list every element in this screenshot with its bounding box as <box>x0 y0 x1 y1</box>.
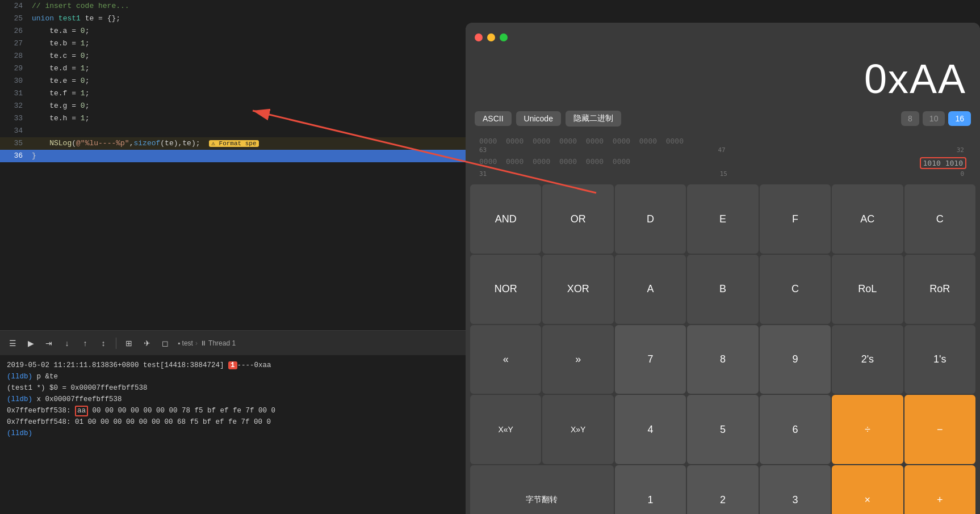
d-button[interactable]: D <box>615 184 686 254</box>
hide-binary-button[interactable]: 隐藏二进制 <box>566 111 621 127</box>
debug-toolbar: ☰ ▶ ⇥ ↓ ↑ ↕ ⊞ ✈ ◻ ▪ test › ⏸ Thread 1 <box>0 330 466 355</box>
step-out2-button[interactable]: ↕ <box>95 335 111 351</box>
base-8-button[interactable]: 8 <box>901 111 919 126</box>
rol-button[interactable]: RoL <box>832 255 903 324</box>
binary-display: 0000 0000 0000 0000 0000 0000 0000 0000 … <box>466 131 980 182</box>
7-button[interactable]: 7 <box>615 325 686 394</box>
console-line-4: (lldb) x 0x00007ffeefbff538 <box>7 394 459 405</box>
ror-button[interactable]: RoR <box>904 255 975 324</box>
console-area: 2019-05-02 11:21:11.813836+0800 test[144… <box>0 355 466 514</box>
highlight-num: 1 <box>228 361 237 369</box>
code-line-27: 27 te.b = 1; <box>0 37 466 50</box>
byte-flip-button[interactable]: 字节翻转 <box>470 465 614 514</box>
code-line-35: 35 NSLog(@"%lu----%p",sizeof(te),te); ⚠ … <box>0 137 466 150</box>
xshr-button[interactable]: X»Y <box>542 395 613 464</box>
code-line-31: 31 te.f = 1; <box>0 87 466 100</box>
and-button[interactable]: AND <box>470 184 541 254</box>
ac-button[interactable]: AC <box>832 184 903 254</box>
minus-button[interactable]: − <box>904 395 975 464</box>
code-line-29: 29 te.d = 1; <box>0 62 466 75</box>
minimize-button[interactable] <box>487 33 495 41</box>
ascii-button[interactable]: ASCII <box>475 111 512 126</box>
code-line-36: 36 } <box>0 150 466 162</box>
3-button[interactable]: 3 <box>760 465 831 514</box>
code-line-32: 32 te.g = 0; <box>0 100 466 112</box>
step-out-button[interactable]: ↑ <box>77 335 93 351</box>
breadcrumb-test: ▪ test <box>178 339 193 347</box>
xor-button[interactable]: XOR <box>542 255 613 324</box>
f-button[interactable]: F <box>760 184 831 254</box>
b-button[interactable]: B <box>687 255 758 324</box>
upper-binary-labels: 63 47 32 <box>475 146 971 156</box>
title-bar <box>466 23 980 52</box>
code-line-28: 28 te.c = 0; <box>0 50 466 62</box>
code-line-34: 34 <box>0 125 466 137</box>
8-button[interactable]: 8 <box>687 325 758 394</box>
traffic-lights <box>475 33 508 41</box>
xshl-button[interactable]: X«Y <box>470 395 541 464</box>
multiply-button[interactable]: × <box>832 465 903 514</box>
2-button[interactable]: 2 <box>687 465 758 514</box>
nor-button[interactable]: NOR <box>470 255 541 324</box>
warning-badge: ⚠ Format spe <box>209 140 258 147</box>
c2-button[interactable]: C <box>760 255 831 324</box>
lower-binary-labels: 31 15 0 <box>475 170 971 180</box>
breadcrumb-thread: ⏸ Thread 1 <box>200 339 236 347</box>
console-line-7: (lldb) <box>7 428 459 439</box>
twos-comp-button[interactable]: 2's <box>832 325 903 394</box>
console-line-3: (test1 *) $0 = 0x00007ffeefbff538 <box>7 382 459 394</box>
1-button[interactable]: 1 <box>615 465 686 514</box>
base-16-button[interactable]: 16 <box>948 111 971 126</box>
options-button[interactable]: ◻ <box>157 335 173 351</box>
ones-comp-button[interactable]: 1's <box>904 325 975 394</box>
plus-button[interactable]: + <box>904 465 975 514</box>
console-button[interactable]: ☰ <box>5 335 20 351</box>
base-10-button[interactable]: 10 <box>923 111 945 126</box>
calc-grid: AND OR D E F AC C NOR XOR A B C RoL RoR … <box>466 182 980 514</box>
5-button[interactable]: 5 <box>687 395 758 464</box>
continue-button[interactable]: ▶ <box>23 335 39 351</box>
or-button[interactable]: OR <box>542 184 613 254</box>
separator <box>116 338 116 349</box>
code-line-26: 26 te.a = 0; <box>0 25 466 37</box>
code-line-24: 24 // insert code here... <box>0 0 466 12</box>
code-editor-panel: 24 // insert code here... 25 union test1… <box>0 0 466 514</box>
console-line-1: 2019-05-02 11:21:11.813836+0800 test[144… <box>7 360 459 371</box>
close-button[interactable] <box>475 33 483 41</box>
breakpoint-button[interactable]: ⊞ <box>121 335 137 351</box>
mode-row: ASCII Unicode 隐藏二进制 8 10 16 <box>466 106 980 131</box>
display-area: 0xAA <box>466 52 980 106</box>
maximize-button[interactable] <box>500 33 508 41</box>
code-line-25: 25 union test1 te = {}; <box>0 12 466 25</box>
a-button[interactable]: A <box>615 255 686 324</box>
code-line-30: 30 te.e = 0; <box>0 75 466 87</box>
console-line-6: 0x7ffeefbff548: 01 00 00 00 00 00 00 00 … <box>7 416 459 428</box>
share-button[interactable]: ✈ <box>139 335 155 351</box>
aa-highlight: aa <box>75 406 88 416</box>
e-button[interactable]: E <box>687 184 758 254</box>
9-button[interactable]: 9 <box>760 325 831 394</box>
c-button[interactable]: C <box>904 184 975 254</box>
code-area: 24 // insert code here... 25 union test1… <box>0 0 466 330</box>
shift-left-button[interactable]: « <box>470 325 541 394</box>
shift-right-button[interactable]: » <box>542 325 613 394</box>
6-button[interactable]: 6 <box>760 395 831 464</box>
divide-button[interactable]: ÷ <box>832 395 903 464</box>
active-binary-bits: 1010 1010 <box>920 157 966 169</box>
console-line-5: 0x7ffeefbff538: aa 00 00 00 00 00 00 00 … <box>7 405 459 416</box>
step-into-button[interactable]: ↓ <box>59 335 75 351</box>
main-display: 0xAA <box>479 57 966 102</box>
code-line-33: 33 te.h = 1; <box>0 112 466 125</box>
base-button-group: 8 10 16 <box>901 111 971 126</box>
calculator-panel: 0xAA ASCII Unicode 隐藏二进制 8 10 16 0000 00… <box>466 23 980 514</box>
unicode-button[interactable]: Unicode <box>516 111 561 126</box>
step-over-button[interactable]: ⇥ <box>41 335 57 351</box>
console-line-2: (lldb) p &te <box>7 371 459 382</box>
4-button[interactable]: 4 <box>615 395 686 464</box>
lower-binary-row: 0000 0000 0000 0000 0000 0000 1010 1010 <box>475 156 971 170</box>
upper-binary-row: 0000 0000 0000 0000 0000 0000 0000 0000 <box>475 136 971 146</box>
breadcrumb: ▪ test › ⏸ Thread 1 <box>178 339 236 347</box>
